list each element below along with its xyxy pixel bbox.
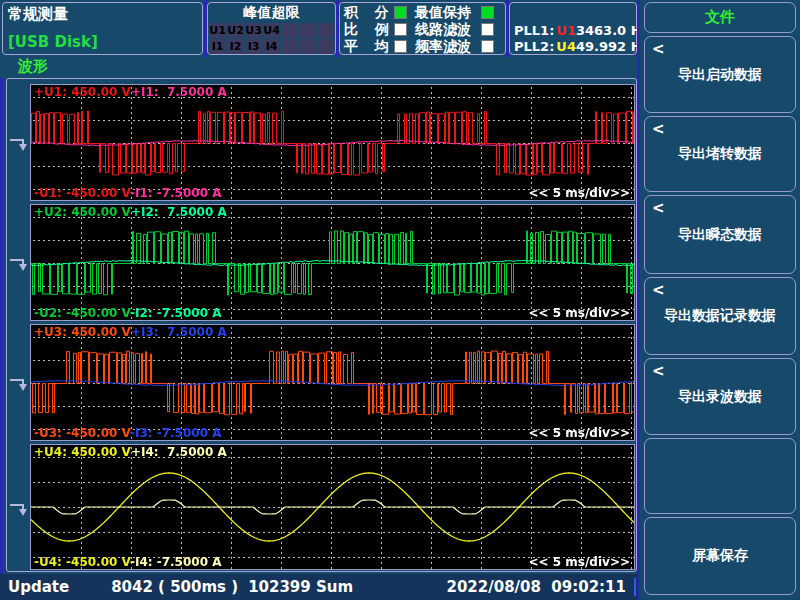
- pll1-channel: U1: [556, 23, 576, 38]
- button-label: 导出录波数据: [678, 388, 762, 406]
- peak-indicator-cell: [299, 23, 316, 38]
- i3-neg-scale-label: -I3: -7.5000 A: [130, 426, 222, 440]
- button-label: 导出数据记录数据: [664, 307, 776, 325]
- export-datalog-data-button[interactable]: < 导出数据记录数据: [644, 277, 796, 355]
- measure-options-panel: 积 分 最值保持 比 例 线路滤波 平 均 频率滤波: [339, 2, 506, 55]
- header-divider: [506, 0, 509, 57]
- softkey-arrow-icon: <: [652, 281, 665, 299]
- timebase-control[interactable]: << 5 ms/div>>: [529, 426, 630, 440]
- button-label: 屏幕保存: [692, 547, 748, 565]
- toggle-maxhold-label: 最值保持: [415, 4, 477, 22]
- toggle-linefilter-checkbox[interactable]: [481, 23, 494, 36]
- button-label: 导出瞬态数据: [678, 226, 762, 244]
- u4-neg-scale-label: -U4: -450.00 V: [34, 555, 130, 569]
- i2-neg-scale-label: -I2: -7.5000 A: [130, 306, 222, 320]
- left-edge-accent: [0, 78, 3, 574]
- u2-neg-scale-label: -U2: -450.00 V: [34, 306, 130, 320]
- peak-panel-title: 峰值超限: [208, 4, 335, 22]
- pll2-label: PLL2:: [514, 39, 554, 54]
- waveform-section-label: 波形: [18, 57, 48, 76]
- peak-indicator-cell: I2: [227, 39, 244, 54]
- channel-3-plot: [31, 325, 634, 440]
- peak-indicator-cell: U1: [209, 23, 226, 38]
- export-transient-data-button[interactable]: < 导出瞬态数据: [644, 195, 796, 274]
- header-divider: [336, 0, 339, 57]
- waveform-channel-4: +U4: 450.00 V+I4: 7.5000 A -U4: -450.00 …: [30, 444, 635, 570]
- zero-level-marker-icon: [9, 257, 29, 272]
- waveform-channel-2: +U2: 450.00 V+I2: 7.5000 A -U2: -450.00 …: [30, 204, 635, 321]
- toggle-maxhold-checkbox[interactable]: [481, 6, 494, 19]
- sample-count: 102399 Sum: [248, 578, 353, 596]
- update-counter: 8042 ( 500ms ): [111, 578, 238, 596]
- toggle-integral-checkbox[interactable]: [394, 6, 407, 19]
- zero-level-marker-icon: [9, 137, 29, 152]
- channel-4-plot: [31, 445, 634, 569]
- peak-indicator-cell: U4: [263, 23, 280, 38]
- waveform-channel-1: +U1: 450.00 V+I1: 7.5000 A -U1: -450.00 …: [30, 84, 635, 201]
- zero-level-marker-icon: [9, 502, 29, 517]
- toggle-scale-checkbox[interactable]: [394, 23, 407, 36]
- peak-indicator-cell: [317, 23, 334, 38]
- toggle-scale-label: 比 例: [344, 21, 390, 39]
- softkey-arrow-icon: <: [652, 362, 665, 380]
- export-startup-data-button[interactable]: < 导出启动数据: [644, 36, 796, 113]
- i2-scale-label: +I2: 7.5000 A: [131, 205, 227, 219]
- i4-scale-label: +I4: 7.5000 A: [131, 445, 227, 459]
- timebase-control[interactable]: << 5 ms/div>>: [529, 555, 630, 569]
- i1-neg-scale-label: -I1: -7.5000 A: [130, 186, 222, 200]
- pll-readout-panel: PLL1: U1 3463.0 Hz PLL2: U4 49.992 Hz: [509, 2, 637, 55]
- peak-grid-row-current: I1I2I3I4: [209, 39, 335, 54]
- toggle-average-checkbox[interactable]: [394, 40, 407, 53]
- softkey-arrow-icon: <: [652, 40, 665, 58]
- softkey-arrow-icon: <: [652, 199, 665, 217]
- peak-indicator-cell: I3: [245, 39, 262, 54]
- peak-indicator-cell: [281, 23, 298, 38]
- menu-title-file[interactable]: 文件: [644, 2, 796, 33]
- peak-grid-row-voltage: U1U2U3U4: [209, 23, 335, 38]
- button-label: 导出启动数据: [678, 66, 762, 84]
- channel-1-plot: [31, 85, 634, 200]
- export-waveform-record-button[interactable]: < 导出录波数据: [644, 358, 796, 435]
- u1-neg-scale-label: -U1: -450.00 V: [34, 186, 130, 200]
- file-menu-panel: 文件 < 导出启动数据 < 导出堵转数据 < 导出瞬态数据 < 导出数据记录数据…: [640, 0, 800, 600]
- timebase-control[interactable]: << 5 ms/div>>: [529, 186, 630, 200]
- export-stall-data-button[interactable]: < 导出堵转数据: [644, 116, 796, 192]
- pll2-row: PLL2: U4 49.992 Hz: [514, 38, 632, 54]
- u1-scale-label: +U1: 450.00 V: [34, 85, 131, 99]
- pll2-channel: U4: [556, 39, 576, 54]
- softkey-arrow-icon: <: [652, 120, 665, 138]
- screen-save-button[interactable]: 屏幕保存: [644, 517, 796, 595]
- pll1-label: PLL1:: [514, 23, 554, 38]
- peak-indicator-cell: I4: [263, 39, 280, 54]
- button-label: 导出堵转数据: [678, 145, 762, 163]
- peak-indicator-cell: I1: [209, 39, 226, 54]
- channel-2-plot: [31, 205, 634, 320]
- zero-level-marker-icon: [9, 377, 29, 392]
- header-divider: [204, 0, 207, 57]
- status-bar: Update 8042 ( 500ms ) 102399 Sum 2022/08…: [0, 574, 638, 600]
- peak-indicator-cell: [317, 39, 334, 54]
- toggle-integral-label: 积 分: [344, 4, 390, 22]
- cursor-mark: [634, 578, 636, 596]
- toggle-freqfilter-checkbox[interactable]: [481, 40, 494, 53]
- peak-over-limit-panel: 峰值超限 U1U2U3U4 I1I2I3I4: [207, 2, 336, 55]
- peak-indicator-cell: [299, 39, 316, 54]
- toggle-freqfilter-label: 频率滤波: [415, 38, 477, 56]
- timebase-control[interactable]: << 5 ms/div>>: [529, 306, 630, 320]
- i4-neg-scale-label: -I4: -7.5000 A: [130, 555, 222, 569]
- i1-scale-label: +I1: 7.5000 A: [131, 85, 227, 99]
- u3-scale-label: +U3: 450.00 V: [34, 325, 131, 339]
- measurement-mode-panel: 常规测量 [USB Disk]: [2, 2, 203, 55]
- peak-indicator-cell: U3: [245, 23, 262, 38]
- u3-neg-scale-label: -U3: -450.00 V: [34, 426, 130, 440]
- pll1-row: PLL1: U1 3463.0 Hz: [514, 22, 632, 38]
- peak-indicator-cell: U2: [227, 23, 244, 38]
- toggle-linefilter-label: 线路滤波: [415, 21, 477, 39]
- waveform-channel-3: +U3: 450.00 V+I3: 7.5000 A -U3: -450.00 …: [30, 324, 635, 441]
- update-label: Update: [8, 578, 69, 596]
- u4-scale-label: +U4: 450.00 V: [34, 445, 131, 459]
- peak-indicator-cell: [281, 39, 298, 54]
- mode-title: 常规测量: [8, 5, 68, 24]
- i3-scale-label: +I3: 7.5000 A: [131, 325, 227, 339]
- empty-softkey-button[interactable]: [644, 438, 796, 514]
